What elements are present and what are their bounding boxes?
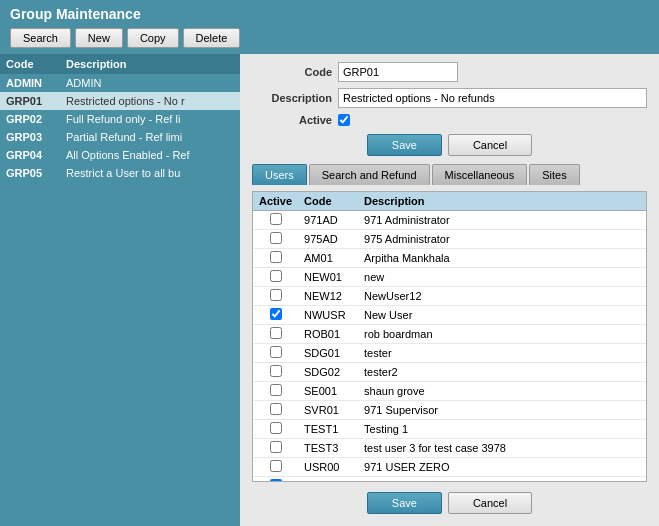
left-row-desc: ADMIN: [66, 77, 234, 89]
row-checkbox[interactable]: [270, 403, 282, 415]
row-checkbox[interactable]: [270, 251, 282, 263]
right-panel: Code Description Active Save Cancel User…: [240, 54, 659, 526]
row-desc-cell: 975 Administrator: [358, 230, 646, 249]
row-active-cell: [253, 382, 298, 401]
left-row[interactable]: GRP04 All Options Enabled - Ref: [0, 146, 240, 164]
row-active-cell: [253, 344, 298, 363]
row-desc-cell: tester: [358, 344, 646, 363]
row-code-cell: 971AD: [298, 211, 358, 230]
row-checkbox[interactable]: [270, 270, 282, 282]
row-checkbox[interactable]: [270, 232, 282, 244]
left-row[interactable]: GRP03 Partial Refund - Ref limi: [0, 128, 240, 146]
code-label: Code: [252, 66, 332, 78]
header: Group Maintenance Search New Copy Delete: [0, 0, 659, 54]
row-desc-cell: tester2: [358, 363, 646, 382]
cancel-bottom-button[interactable]: Cancel: [448, 492, 532, 514]
row-checkbox[interactable]: [270, 384, 282, 396]
row-checkbox[interactable]: [270, 441, 282, 453]
bottom-buttons: Save Cancel: [252, 488, 647, 518]
row-active-cell: [253, 249, 298, 268]
row-checkbox[interactable]: [270, 308, 282, 320]
table-row: 971AD971 Administrator: [253, 211, 646, 230]
table-row: NEW01new: [253, 268, 646, 287]
left-table-header: Code Description: [0, 54, 240, 74]
active-label: Active: [252, 114, 332, 126]
row-active-cell: [253, 420, 298, 439]
copy-button[interactable]: Copy: [127, 28, 179, 48]
row-code-cell: TEST1: [298, 420, 358, 439]
row-code-cell: NEW12: [298, 287, 358, 306]
code-row: Code: [252, 62, 647, 82]
row-active-cell: [253, 268, 298, 287]
left-row[interactable]: GRP05 Restrict a User to all bu: [0, 164, 240, 182]
row-desc-cell: new: [358, 268, 646, 287]
tab-search-and-refund[interactable]: Search and Refund: [309, 164, 430, 185]
row-desc-cell: rob boardman: [358, 325, 646, 344]
save-top-button[interactable]: Save: [367, 134, 442, 156]
row-code-cell: SE001: [298, 382, 358, 401]
users-table-container[interactable]: Active Code Description 971AD971 Adminis…: [252, 191, 647, 482]
left-row-desc: All Options Enabled - Ref: [66, 149, 234, 161]
row-active-cell: [253, 401, 298, 420]
row-code-cell: ROB01: [298, 325, 358, 344]
new-button[interactable]: New: [75, 28, 123, 48]
row-checkbox[interactable]: [270, 327, 282, 339]
tab-sites[interactable]: Sites: [529, 164, 579, 185]
row-checkbox[interactable]: [270, 460, 282, 472]
row-desc-cell: NewUser12: [358, 287, 646, 306]
tab-users[interactable]: Users: [252, 164, 307, 185]
save-bottom-button[interactable]: Save: [367, 492, 442, 514]
left-row[interactable]: ADMIN ADMIN: [0, 74, 240, 92]
search-button[interactable]: Search: [10, 28, 71, 48]
left-row[interactable]: GRP02 Full Refund only - Ref li: [0, 110, 240, 128]
table-row: 975AD975 Administrator: [253, 230, 646, 249]
left-row-code: GRP04: [6, 149, 66, 161]
row-checkbox[interactable]: [270, 422, 282, 434]
th-description: Description: [358, 192, 646, 211]
left-rows: ADMIN ADMIN GRP01 Restricted options - N…: [0, 74, 240, 526]
row-code-cell: NEW01: [298, 268, 358, 287]
left-col-code-header: Code: [6, 58, 66, 70]
row-active-cell: [253, 306, 298, 325]
row-code-cell: USR01: [298, 477, 358, 483]
table-row: SDG01tester: [253, 344, 646, 363]
table-row: USR00971 USER ZERO: [253, 458, 646, 477]
table-row: NEW12NewUser12: [253, 287, 646, 306]
row-desc-cell: 971 Supervisor: [358, 401, 646, 420]
table-row: AM01Arpitha Mankhala: [253, 249, 646, 268]
cancel-top-button[interactable]: Cancel: [448, 134, 532, 156]
row-desc-cell: Arpitha Mankhala: [358, 249, 646, 268]
description-input[interactable]: [338, 88, 647, 108]
row-desc-cell: test user 3 for test case 3978: [358, 439, 646, 458]
left-row-desc: Full Refund only - Ref li: [66, 113, 234, 125]
row-code-cell: AM01: [298, 249, 358, 268]
row-active-cell: [253, 477, 298, 483]
page-title: Group Maintenance: [10, 6, 649, 22]
row-desc-cell: 971 Administrator: [358, 211, 646, 230]
table-row: SDG02tester2: [253, 363, 646, 382]
table-row: SVR01971 Supervisor: [253, 401, 646, 420]
th-code: Code: [298, 192, 358, 211]
row-checkbox[interactable]: [270, 213, 282, 225]
row-code-cell: USR00: [298, 458, 358, 477]
left-row[interactable]: GRP01 Restricted options - No r: [0, 92, 240, 110]
table-row: USR01971 UserOne PayOnly: [253, 477, 646, 483]
row-checkbox[interactable]: [270, 289, 282, 301]
row-checkbox[interactable]: [270, 479, 282, 482]
row-desc-cell: New User: [358, 306, 646, 325]
row-checkbox[interactable]: [270, 346, 282, 358]
left-row-desc: Partial Refund - Ref limi: [66, 131, 234, 143]
active-checkbox[interactable]: [338, 114, 350, 126]
left-row-desc: Restricted options - No r: [66, 95, 234, 107]
delete-button[interactable]: Delete: [183, 28, 241, 48]
table-row: TEST1Testing 1: [253, 420, 646, 439]
row-active-cell: [253, 439, 298, 458]
tab-miscellaneous[interactable]: Miscellaneous: [432, 164, 528, 185]
row-desc-cell: 971 UserOne PayOnly: [358, 477, 646, 483]
code-input[interactable]: [338, 62, 458, 82]
row-active-cell: [253, 325, 298, 344]
table-row: TEST3test user 3 for test case 3978: [253, 439, 646, 458]
main-content: Code Description ADMIN ADMIN GRP01 Restr…: [0, 54, 659, 526]
row-checkbox[interactable]: [270, 365, 282, 377]
description-label: Description: [252, 92, 332, 104]
